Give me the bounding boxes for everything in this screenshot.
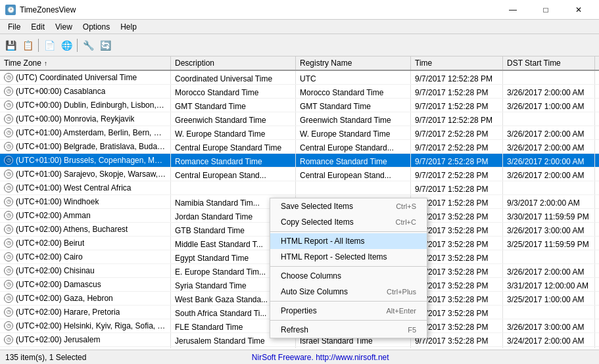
toolbar-refresh[interactable]: 🔄 xyxy=(97,37,113,53)
cell-time: 9/7/2017 12:52:28 PM xyxy=(411,112,503,125)
cell-dst: 3/26/2017 2:00:00 AM xyxy=(503,140,595,153)
cell-description: Central European Stand... xyxy=(171,168,296,181)
col-header-time[interactable]: Time xyxy=(411,57,503,70)
title-controls: — □ ✕ xyxy=(498,3,594,17)
tz-icon: ◷ xyxy=(4,321,13,330)
toolbar: 💾 📋 📄 🌐 🔧 🔄 xyxy=(0,34,599,57)
toolbar-open[interactable]: 📋 xyxy=(20,37,36,53)
ctx-item-label: HTML Report - Selected Items xyxy=(281,252,387,262)
cell-registry: Greenwich Standard Time xyxy=(296,112,411,125)
ctx-item-shortcut: Alt+Enter xyxy=(386,307,416,315)
toolbar-properties[interactable]: 🔧 xyxy=(80,37,96,53)
col-tz-label: Time Zone xyxy=(4,58,41,68)
context-menu-item[interactable]: PropertiesAlt+Enter xyxy=(270,303,427,319)
menu-help[interactable]: Help xyxy=(115,21,142,32)
table-row[interactable]: ◷ (UTC+01:00) Belgrade, Bratislava, Buda… xyxy=(0,140,599,154)
tz-name: (UTC+02:00) Helsinki, Kyiv, Riga, Sofia,… xyxy=(16,319,166,332)
tz-name: (UTC) Coordinated Universal Time xyxy=(16,71,137,84)
cell-time: 9/7/2017 1:52:28 PM xyxy=(411,181,503,194)
table-row[interactable]: ◷ (UTC+00:00) Monrovia, Reykjavik Greenw… xyxy=(0,112,599,126)
tz-name: (UTC+01:00) Belgrade, Bratislava, Budape… xyxy=(16,140,166,153)
col-header-timezone[interactable]: Time Zone ↑ xyxy=(0,57,171,70)
ctx-item-label: Choose Columns xyxy=(281,271,341,281)
cell-timezone: ◷ (UTC+02:00) Jerusalem xyxy=(0,333,171,346)
tz-name: (UTC+01:00) Amsterdam, Berlin, Bern, Ro.… xyxy=(16,126,166,139)
cell-dst: 3/26/2017 2:00:00 AM xyxy=(503,264,595,277)
context-menu-separator xyxy=(270,231,427,232)
ctx-item-label: Auto Size Columns xyxy=(281,287,348,296)
table-row[interactable]: ◷ (UTC+02:00) Kaliningrad Russia TZ 1 St… xyxy=(0,347,599,348)
tz-name: (UTC+01:00) West Central Africa xyxy=(16,181,132,194)
cell-timezone: ◷ (UTC+01:00) Amsterdam, Berlin, Bern, R… xyxy=(0,126,171,139)
cell-timezone: ◷ (UTC+02:00) Damascus xyxy=(0,278,171,291)
table-row[interactable]: ◷ (UTC+00:00) Casablanca Morocco Standar… xyxy=(0,85,599,99)
context-menu-item[interactable]: Auto Size ColumnsCtrl+Plus xyxy=(270,284,427,300)
toolbar-save[interactable]: 💾 xyxy=(3,37,18,53)
col-header-description[interactable]: Description xyxy=(171,57,296,70)
table-row[interactable]: ◷ (UTC+01:00) Sarajevo, Skopje, Warsaw, … xyxy=(0,168,599,181)
toolbar-html[interactable]: 🌐 xyxy=(59,37,74,53)
cell-timezone: ◷ (UTC+01:00) Sarajevo, Skopje, Warsaw, … xyxy=(0,168,171,181)
context-menu-item[interactable]: HTML Report - Selected Items xyxy=(270,249,427,265)
cell-dst: 3/31/2017 12:00:00 AM xyxy=(503,278,595,291)
tz-name: (UTC+01:00) Brussels, Copenhagen, Madri.… xyxy=(16,154,166,167)
cell-timezone: ◷ (UTC+02:00) Athens, Bucharest xyxy=(0,223,171,236)
cell-description: GMT Standard Time xyxy=(171,99,296,112)
context-menu-item[interactable]: Save Selected ItemsCtrl+S xyxy=(270,198,427,214)
cell-registry: Kaliningrad Standard Ti... xyxy=(296,347,411,348)
close-button[interactable]: ✕ xyxy=(563,3,594,17)
menu-view[interactable]: View xyxy=(50,21,78,32)
table-row[interactable]: ◷ (UTC+01:00) West Central Africa 9/7/20… xyxy=(0,181,599,195)
table-row[interactable]: ◷ (UTC+01:00) Amsterdam, Berlin, Bern, R… xyxy=(0,126,599,140)
tz-name: (UTC+02:00) Beirut xyxy=(16,237,84,250)
cell-timezone: ◷ (UTC+01:00) Windhoek xyxy=(0,195,171,208)
cell-registry: W. Europe Standard Time xyxy=(296,126,411,139)
toolbar-separator-1 xyxy=(38,39,39,52)
col-time-label: Time xyxy=(415,58,432,68)
toolbar-copy[interactable]: 📄 xyxy=(41,37,57,53)
table-row[interactable]: ◷ (UTC+00:00) Dublin, Edinburgh, Lisbon,… xyxy=(0,99,599,112)
context-menu-item[interactable]: HTML Report - All Items xyxy=(270,233,427,249)
minimize-button[interactable]: — xyxy=(498,3,528,17)
context-menu-item[interactable]: RefreshF5 xyxy=(270,322,427,338)
tz-name: (UTC+02:00) Gaza, Hebron xyxy=(16,292,113,305)
tz-icon: ◷ xyxy=(4,280,13,289)
cell-registry: Central Europe Standard... xyxy=(296,140,411,153)
tz-icon: ◷ xyxy=(4,239,13,248)
context-menu-item[interactable]: Choose Columns xyxy=(270,268,427,284)
cell-dst xyxy=(503,181,595,194)
tz-icon: ◷ xyxy=(4,211,13,220)
context-menu-item[interactable]: Copy Selected ItemsCtrl+C xyxy=(270,214,427,230)
cell-description: Coordinated Universal Time xyxy=(171,71,296,84)
title-bar: 🕐 TimeZonesView — □ ✕ xyxy=(0,0,599,20)
tz-name: (UTC+01:00) Sarajevo, Skopje, Warsaw, Za… xyxy=(16,168,166,181)
menu-options[interactable]: Options xyxy=(78,21,115,32)
cell-timezone: ◷ (UTC+02:00) Helsinki, Kyiv, Riga, Sofi… xyxy=(0,319,171,332)
tz-icon: ◷ xyxy=(4,266,13,275)
maximize-button[interactable]: □ xyxy=(531,3,561,17)
toolbar-separator-2 xyxy=(77,39,78,52)
context-menu-separator xyxy=(270,266,427,267)
cell-dst: 3/26/2017 3:00:00 AM xyxy=(503,223,595,236)
cell-dst xyxy=(503,71,595,84)
tz-name: (UTC+00:00) Dublin, Edinburgh, Lisbon, L… xyxy=(16,99,166,112)
cell-registry xyxy=(296,181,411,194)
tz-name: (UTC+02:00) Athens, Bucharest xyxy=(16,223,128,236)
col-header-dst[interactable]: DST Start Time xyxy=(503,57,595,70)
ctx-item-shortcut: Ctrl+Plus xyxy=(387,288,416,296)
tz-icon: ◷ xyxy=(4,307,13,317)
cell-description: Romance Standard Time xyxy=(171,154,296,167)
col-header-registry[interactable]: Registry Name xyxy=(296,57,411,70)
table-row[interactable]: ◷ (UTC) Coordinated Universal Time Coord… xyxy=(0,71,599,85)
cell-timezone: ◷ (UTC) Coordinated Universal Time xyxy=(0,71,171,84)
menu-file[interactable]: File xyxy=(3,21,26,32)
cell-dst: 3/26/2017 3:00:00 AM xyxy=(503,319,595,332)
main-content: Time Zone ↑ Description Registry Name Ti… xyxy=(0,57,599,350)
context-menu-separator xyxy=(270,320,427,321)
menu-edit[interactable]: Edit xyxy=(26,21,50,32)
tz-icon: ◷ xyxy=(4,225,13,234)
cell-time: 9/7/2017 12:52:28 PM xyxy=(411,71,503,84)
table-row[interactable]: ◷ (UTC+01:00) Brussels, Copenhagen, Madr… xyxy=(0,154,599,168)
cell-timezone: ◷ (UTC+02:00) Amman xyxy=(0,209,171,222)
cell-registry: Central European Stand... xyxy=(296,168,411,181)
